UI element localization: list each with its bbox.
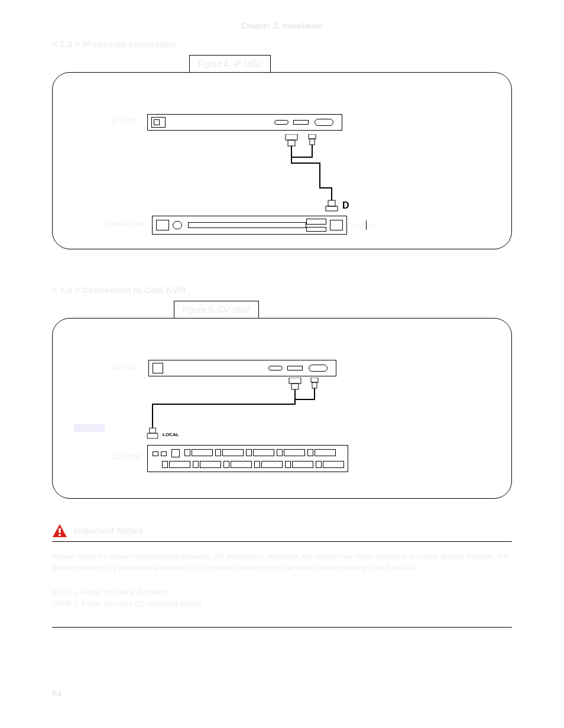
power-block-icon [153,363,163,373]
device-cat6-kvm [147,445,348,472]
power-module-icon [151,117,166,128]
figure5-prefix: Figure 5. [183,305,215,314]
warning-block: Important Notice Please follow the below… [52,524,512,631]
divider-bottom [52,627,512,628]
square-port-icon [171,449,180,457]
device-cat6-ip-kvm [152,216,347,235]
diagram-1: IP-1602 D Cat6 IP [52,72,512,249]
device-cv1602 [148,360,336,376]
warning-body: Please follow the below recommended powe… [52,551,512,574]
svg-rect-10 [291,384,299,389]
figure5-text: CV-1602 [218,305,249,314]
circle-port-icon [173,221,182,229]
cascade-label: Cascade [76,424,102,431]
diagram-2: CV-1602 LOCAL [52,318,512,499]
figure4-label: Figure 4. IP-1602 [189,55,271,73]
svg-rect-8 [326,206,338,211]
alert-icon [52,524,67,538]
section1-title: < 1.3 > IP console connection [52,39,512,49]
svg-rect-9 [289,378,301,384]
device-top-label-2: CV-1602 [112,363,137,370]
db15-plug-icon-2 [145,425,160,443]
warning-step2: STEP 2. Power ON the LCD keyboard drawer [52,599,512,610]
svg-rect-7 [328,200,335,206]
figure4-prefix: Figure 4. [198,59,231,69]
svg-rect-17 [147,433,158,438]
svg-rect-3 [309,134,316,139]
sub-block-icon [156,220,169,230]
device-bottom-label-2: Cat6 KVM [112,453,141,460]
local-port-text: LOCAL [163,432,179,437]
section2-title: < 1.4 > Connection to Cat6 KVM [52,285,512,295]
svg-rect-0 [286,134,297,140]
svg-rect-19 [59,534,60,536]
figure4-text: IP-1602 [233,59,262,69]
svg-rect-1 [288,140,295,146]
figure5-label: Figure 5. CV-1602 [174,301,259,318]
svg-rect-16 [150,428,156,433]
section-1: < 1.3 > IP console connection Figure 4. … [52,39,512,249]
divider-top [52,541,512,542]
device-top-label-1: IP-1602 [112,118,135,125]
device-bottom-label-1: Cat6 IP KVM [107,220,144,228]
svg-rect-18 [59,528,60,533]
svg-rect-4 [310,139,315,145]
warning-step1: STEP 1. Power ON the KVM switch [52,587,512,599]
warning-heading: Important Notice [73,524,144,535]
svg-rect-13 [312,382,317,388]
page-header: Chapter 2: Installation [0,21,564,30]
db15-plug-icon [325,197,339,214]
section-2: < 1.4 > Connection to Cat6 KVM Figure 5.… [52,285,512,499]
page-number: P.4 [52,690,61,698]
device-ip1602 [147,114,342,131]
ip-console-label: IP console [351,222,376,228]
svg-rect-12 [311,378,318,382]
connector-d-label: D [342,200,349,211]
